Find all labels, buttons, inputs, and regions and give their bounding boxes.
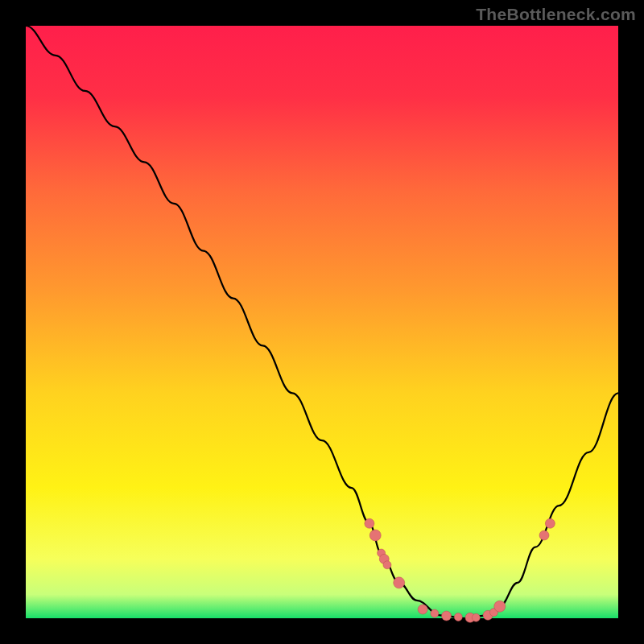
curve-marker bbox=[545, 518, 555, 528]
curve-marker bbox=[494, 601, 506, 612]
curve-marker bbox=[539, 530, 549, 540]
curve-marker bbox=[442, 611, 452, 621]
curve-marker bbox=[369, 530, 381, 541]
curve-marker bbox=[365, 518, 374, 528]
curve-marker bbox=[454, 613, 462, 621]
curve-marker bbox=[383, 561, 391, 569]
chart-container: TheBottleneck.com bbox=[0, 0, 644, 644]
curve-marker bbox=[431, 609, 439, 617]
curve-marker bbox=[418, 605, 427, 614]
bottleneck-curve-chart bbox=[0, 0, 644, 644]
curve-marker bbox=[394, 577, 405, 588]
watermark: TheBottleneck.com bbox=[476, 5, 636, 24]
curve-marker bbox=[472, 613, 480, 621]
plot-area bbox=[26, 26, 618, 618]
